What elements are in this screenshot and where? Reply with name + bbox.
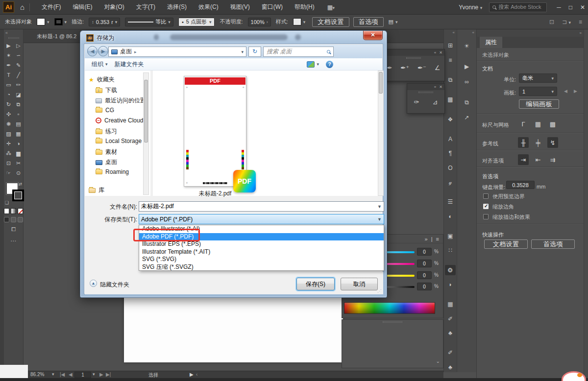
dock-icon[interactable]: ⊐ ▾ (562, 19, 571, 25)
last-artboard-icon[interactable]: ▶| (106, 372, 111, 377)
artboard-tool-icon[interactable]: ⊡ (4, 158, 14, 168)
stroke-swatch[interactable] (54, 18, 63, 25)
menu-window[interactable]: 窗口(W) (262, 3, 283, 11)
drag-handle[interactable] (418, 92, 433, 93)
prev-artboard-icon[interactable]: ◀ (69, 372, 73, 377)
mesh-tool-icon[interactable]: ▨ (4, 129, 14, 139)
smart-guides-icon[interactable]: ↯ (547, 137, 558, 148)
gradient-tool-icon[interactable]: ▦ (14, 129, 24, 139)
collapse-panel-icon[interactable]: » (477, 29, 588, 37)
sidebar-item-downloads[interactable]: 下载 (96, 86, 117, 95)
next-artboard-icon[interactable]: ▶ (99, 372, 103, 377)
color-themes-panel-icon[interactable]: ☀ (462, 41, 472, 51)
hand-tool-icon[interactable]: ☞ (4, 168, 14, 178)
style-swatch[interactable] (293, 18, 301, 25)
adobe-stock-search-input[interactable]: 搜索 Adobe Stock (489, 2, 547, 12)
close-icon[interactable]: ✕ (439, 50, 442, 55)
document-setup-button[interactable]: 文档设置 (312, 17, 349, 27)
artboard-dropdown-icon[interactable]: ▾ (93, 372, 95, 377)
rectangle-tool-icon[interactable]: ▭ (4, 80, 14, 90)
hamburger-menu-icon[interactable]: ≡ (579, 19, 582, 25)
delete-anchor-point-icon[interactable]: ✒⁻ (417, 64, 426, 71)
option-svg-compressed[interactable]: SVG 压缩 (*.SVGZ) (139, 263, 384, 271)
snap-to-grid-icon[interactable]: ⇥ (518, 154, 529, 165)
column-graph-tool-icon[interactable]: ▆ (14, 148, 24, 158)
option-illustrator-template[interactable]: Illustrator Template (*.AIT) (139, 248, 384, 256)
brush-libraries-panel-icon[interactable]: ✐ (445, 348, 456, 357)
perspective-grid-tool-icon[interactable]: ▤ (14, 119, 24, 129)
pen-tool-icon[interactable]: ✒ (4, 60, 14, 70)
menu-type[interactable]: 文字(T) (136, 3, 155, 11)
new-folder-button[interactable]: 新建文件夹 (115, 60, 144, 69)
filename-input[interactable]: 未标题-2.pdf ▼ (139, 201, 384, 212)
edit-toolbar-icon[interactable]: ⋯ (4, 238, 23, 244)
black-value[interactable]: 0 (417, 283, 432, 290)
zoom-dropdown-icon[interactable]: ▾ (52, 372, 54, 377)
user-account[interactable]: Yvonne ▾ (459, 4, 482, 11)
align-panel-icon[interactable]: ≡ (445, 55, 456, 65)
hide-folders-icon[interactable]: ▲ (90, 280, 97, 287)
status-expand-icon[interactable]: ▶ (190, 372, 194, 377)
stepper-arrows-icon[interactable]: ↕ (92, 20, 94, 24)
magic-wand-tool-icon[interactable]: ✶ (4, 50, 14, 60)
character-panel-icon[interactable]: A (445, 134, 456, 144)
color-guide-panel-icon[interactable]: ◗ (445, 280, 456, 289)
color-spectrum-bar[interactable] (344, 302, 435, 314)
panel-menu-icon[interactable]: ▤ ▾ (389, 19, 398, 25)
artboard-group-panel-icon[interactable]: ⧉ (462, 97, 472, 108)
stroke-weight-stepper[interactable]: ↕ 0.353 r ▾ (89, 18, 120, 26)
opacity-input[interactable]: 100% › (248, 18, 271, 26)
drag-handle[interactable] (406, 57, 421, 59)
keyboard-increment-input[interactable]: 0.3528 (506, 181, 535, 189)
organize-menu[interactable]: 组织▾ (92, 60, 108, 69)
none-button[interactable] (18, 208, 23, 214)
layers-panel-icon[interactable]: ❖ (445, 114, 456, 124)
blend-tool-icon[interactable]: ◑ (14, 139, 24, 148)
sidebar-item-assets[interactable]: 素材 (96, 148, 117, 156)
address-dropdown-icon[interactable]: ▾ (241, 49, 244, 54)
scroll-down-icon[interactable]: ⌄ (436, 358, 440, 364)
dropdown-arrow-icon[interactable]: ▼ (377, 204, 382, 209)
stroke-color-box[interactable] (12, 190, 24, 201)
stroke-color-picker[interactable]: ▾ (54, 18, 67, 25)
help-icon[interactable]: ? (326, 61, 333, 68)
document-setup-button[interactable]: 文档设置 (484, 239, 528, 249)
brushes-panel-icon[interactable]: ✐ (445, 314, 456, 324)
save-button[interactable]: 保存(S) (296, 278, 335, 290)
stroke-panel-icon[interactable]: ☰ (445, 197, 456, 207)
expand-panel-icon[interactable]: » (425, 236, 428, 242)
scale-tool-icon[interactable]: ⧉ (14, 99, 24, 109)
draw-normal-icon[interactable] (4, 217, 9, 222)
sidebar-item-favorites[interactable]: ★ 收藏夹 (89, 75, 115, 84)
tab-properties[interactable]: 属性 (480, 37, 502, 48)
draw-behind-icon[interactable] (11, 217, 16, 222)
dialog-close-button[interactable]: ✕ (363, 31, 383, 40)
eyedropper-tool-icon[interactable]: ✛ (4, 139, 14, 148)
menu-help[interactable]: 帮助(H) (294, 3, 315, 11)
lock-guides-icon[interactable]: ╪ (533, 137, 543, 148)
color-panel-icon[interactable]: ❂ (445, 265, 456, 275)
cancel-button[interactable]: 取消 (341, 278, 378, 290)
option-illustrator-eps[interactable]: Illustrator EPS (*.EPS) (139, 240, 384, 248)
show-guides-icon[interactable]: ╫ (518, 137, 529, 148)
measure-tool-icon[interactable]: ⊿ (433, 98, 438, 106)
yellow-value[interactable]: 0 (417, 271, 432, 279)
collapse-icon[interactable]: « (434, 85, 436, 89)
anchor-point-icon[interactable]: ∠ (435, 64, 441, 71)
transparency-panel-icon[interactable]: ◐ (445, 211, 456, 221)
sidebar-item-roaming[interactable]: Roaming (96, 168, 129, 175)
default-fill-stroke-icon[interactable]: ❏ (5, 200, 9, 205)
swatches-panel-icon[interactable]: ▦ (445, 299, 456, 309)
option-adobe-illustrator[interactable]: Adobe Illustrator (*.AI) (139, 225, 384, 233)
gradient-panel-icon[interactable]: ▩ (445, 95, 456, 104)
status-collapse-icon[interactable]: ‹ (196, 372, 197, 377)
actions-panel-icon[interactable]: ▶ (462, 61, 472, 72)
menu-file[interactable]: 文件(F) (42, 3, 61, 11)
menu-select[interactable]: 选择(S) (167, 3, 187, 11)
scale-corners-checkbox[interactable] (483, 204, 489, 209)
swap-fill-stroke-icon[interactable]: ⇄ (18, 182, 22, 187)
prev-artboard-icon[interactable]: ◀ (564, 89, 567, 94)
menu-effect[interactable]: 效果(C) (198, 3, 219, 11)
menu-edit[interactable]: 编辑(E) (73, 3, 92, 11)
slice-tool-icon[interactable]: ✂ (14, 158, 24, 168)
